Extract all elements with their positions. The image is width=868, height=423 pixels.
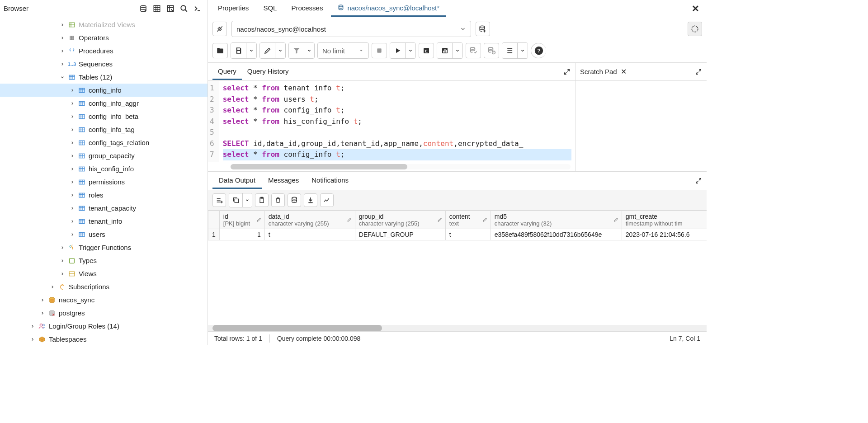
edit-column-icon[interactable] — [347, 217, 352, 222]
expand-editor-icon[interactable] — [563, 68, 571, 75]
tree-item[interactable]: config_info_tag — [0, 123, 208, 136]
tree-item[interactable]: Materialized Views — [0, 18, 208, 31]
main-tab[interactable]: Processes — [285, 0, 329, 17]
chevron-icon[interactable] — [59, 21, 66, 28]
download-button[interactable] — [304, 193, 317, 207]
tree-item[interactable]: 1..3Sequences — [0, 57, 208, 70]
tree-item[interactable]: his_config_info — [0, 162, 208, 175]
paste-button[interactable] — [255, 193, 269, 207]
tree-item[interactable]: postgres — [0, 306, 208, 320]
tree-item[interactable]: Operators — [0, 31, 208, 44]
execute-dropdown[interactable] — [406, 43, 415, 58]
chevron-icon[interactable] — [69, 126, 76, 133]
graph-button[interactable] — [320, 193, 334, 207]
chevron-icon[interactable] — [69, 139, 76, 146]
tree-item[interactable]: Tables (12) — [0, 70, 208, 84]
row-number[interactable]: 1 — [208, 229, 220, 240]
table-row[interactable]: 11tDEFAULT_GROUPte358efa489f58062f10dd73… — [208, 229, 707, 240]
tree-item[interactable]: Types — [0, 254, 208, 267]
chevron-icon[interactable] — [69, 87, 76, 94]
chevron-icon[interactable] — [59, 270, 66, 277]
column-header[interactable]: group_idcharacter varying (255) — [355, 211, 445, 229]
edit-column-icon[interactable] — [437, 217, 443, 222]
tree-item[interactable]: Subscriptions — [0, 280, 208, 293]
cell[interactable]: DEFAULT_GROUP — [355, 229, 445, 240]
cell[interactable]: 2023-07-16 21:04:56.6 — [622, 229, 707, 240]
add-row-button[interactable] — [212, 193, 226, 207]
tree-item[interactable]: config_info_aggr — [0, 97, 208, 110]
delete-row-button[interactable] — [271, 193, 285, 207]
tree-item[interactable]: permissions — [0, 175, 208, 188]
output-tab[interactable]: Messages — [262, 173, 305, 189]
chevron-icon[interactable] — [69, 113, 76, 120]
save-dropdown[interactable] — [246, 43, 256, 58]
stop-button[interactable] — [372, 43, 387, 58]
tree-item[interactable]: Trigger Functions — [0, 241, 208, 254]
query-tool-icon[interactable] — [137, 2, 150, 15]
macros-dropdown[interactable] — [518, 43, 528, 58]
tree-item[interactable]: Login/Group Roles (14) — [0, 320, 208, 333]
query-tab[interactable]: Query History — [242, 64, 294, 80]
tree-item[interactable]: roles — [0, 188, 208, 202]
tree-item[interactable]: tenant_info — [0, 215, 208, 228]
chevron-icon[interactable] — [69, 100, 76, 107]
edit-column-icon[interactable] — [256, 217, 262, 222]
explain-analyze-dropdown[interactable] — [453, 43, 462, 58]
chevron-icon[interactable] — [29, 323, 36, 330]
editor-h-scrollbar[interactable] — [231, 164, 571, 169]
column-header[interactable]: contenttext — [445, 211, 491, 229]
chevron-icon[interactable] — [49, 283, 56, 291]
sql-code[interactable]: select * from tenant_info t;select * fro… — [219, 81, 575, 162]
tree-item[interactable]: config_tags_relation — [0, 136, 208, 149]
column-header[interactable]: gmt_createtimestamp without tim — [622, 211, 707, 229]
explain-button[interactable]: E — [419, 43, 434, 58]
grid-h-scrollbar[interactable] — [208, 325, 707, 331]
explain-analyze-button[interactable] — [437, 43, 453, 58]
tree-item[interactable]: Procedures — [0, 44, 208, 57]
chevron-icon[interactable] — [69, 192, 76, 199]
filter-icon[interactable] — [164, 2, 177, 15]
connection-select[interactable]: nacos/nacos_sync@localhost — [231, 21, 471, 37]
filter-dropdown[interactable] — [304, 43, 314, 58]
column-header[interactable]: data_idcharacter varying (255) — [264, 211, 355, 229]
chevron-icon[interactable] — [69, 165, 76, 173]
chevron-icon[interactable] — [59, 74, 66, 81]
save-button[interactable] — [231, 43, 246, 58]
tree-item[interactable]: Tablespaces — [0, 333, 208, 345]
chevron-icon[interactable] — [69, 179, 76, 186]
search-icon[interactable] — [178, 2, 190, 15]
chevron-icon[interactable] — [59, 257, 66, 264]
expand-scratch-icon[interactable] — [695, 68, 702, 75]
cell[interactable]: t — [445, 229, 491, 240]
chevron-icon[interactable] — [69, 205, 76, 212]
close-tab-icon[interactable]: ✕ — [688, 1, 703, 16]
macros-button[interactable] — [502, 43, 518, 58]
cell[interactable]: e358efa489f58062f10dd7316b65649e — [491, 229, 622, 240]
new-connection-button[interactable] — [476, 22, 490, 36]
chevron-icon[interactable] — [59, 244, 66, 251]
query-tab[interactable]: Query — [212, 64, 242, 80]
close-scratch-icon[interactable]: ✕ — [621, 67, 627, 76]
output-tab[interactable]: Data Output — [212, 173, 262, 189]
column-header[interactable]: md5character varying (32) — [491, 211, 622, 229]
execute-button[interactable] — [390, 43, 406, 58]
copy-button[interactable] — [229, 193, 243, 207]
commit-button[interactable] — [466, 43, 481, 58]
edit-column-icon[interactable] — [613, 217, 619, 222]
chevron-icon[interactable] — [39, 296, 46, 304]
cell[interactable]: t — [264, 229, 355, 240]
tree-item[interactable]: tenant_capacity — [0, 202, 208, 215]
view-data-icon[interactable] — [151, 2, 163, 15]
sql-editor[interactable]: 1234567 select * from tenant_info t;sele… — [208, 81, 575, 162]
chevron-icon[interactable] — [69, 152, 76, 160]
tree-item[interactable]: Views — [0, 267, 208, 280]
tree-item[interactable]: config_info_beta — [0, 110, 208, 123]
object-tree[interactable]: Materialized ViewsOperatorsProcedures1..… — [0, 17, 208, 345]
main-tab[interactable]: Properties — [212, 0, 255, 17]
psql-icon[interactable] — [191, 2, 204, 15]
chevron-icon[interactable] — [59, 61, 66, 68]
expand-output-icon[interactable] — [695, 177, 702, 184]
connection-status-button[interactable] — [212, 22, 227, 36]
main-tab[interactable]: nacos/nacos_sync@localhost* — [331, 0, 446, 17]
open-file-button[interactable] — [212, 43, 228, 58]
